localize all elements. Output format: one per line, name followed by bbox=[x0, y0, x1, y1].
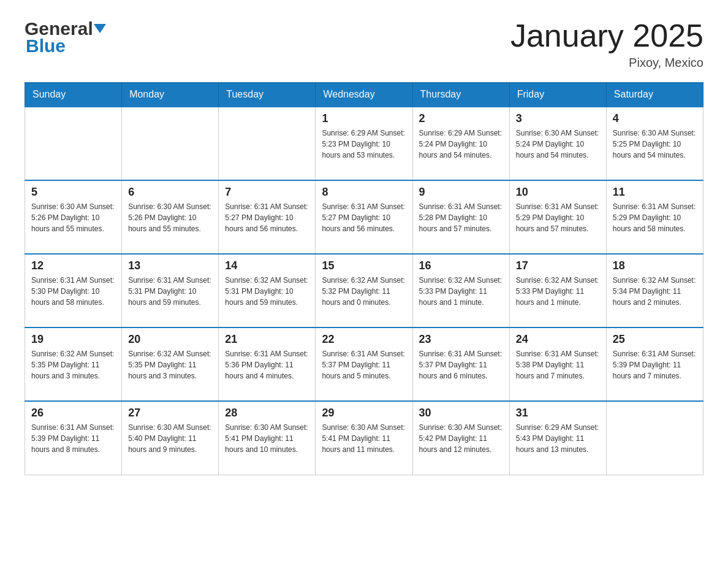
day-number: 24 bbox=[516, 333, 600, 346]
calendar-header-wednesday: Wednesday bbox=[316, 83, 412, 107]
location-label: Pixoy, Mexico bbox=[510, 56, 703, 70]
day-info: Sunrise: 6:30 AM Sunset: 5:26 PM Dayligh… bbox=[128, 201, 212, 234]
day-number: 25 bbox=[613, 333, 697, 346]
day-info: Sunrise: 6:32 AM Sunset: 5:33 PM Dayligh… bbox=[516, 275, 600, 308]
day-info: Sunrise: 6:30 AM Sunset: 5:40 PM Dayligh… bbox=[128, 422, 212, 455]
calendar-week-row-5: 26Sunrise: 6:31 AM Sunset: 5:39 PM Dayli… bbox=[25, 401, 703, 475]
day-number: 8 bbox=[322, 186, 406, 199]
day-number: 6 bbox=[128, 186, 212, 199]
calendar-cell: 16Sunrise: 6:32 AM Sunset: 5:33 PM Dayli… bbox=[412, 254, 509, 327]
calendar-cell: 10Sunrise: 6:31 AM Sunset: 5:29 PM Dayli… bbox=[509, 180, 606, 254]
calendar-header-row: SundayMondayTuesdayWednesdayThursdayFrid… bbox=[25, 83, 703, 107]
day-info: Sunrise: 6:29 AM Sunset: 5:23 PM Dayligh… bbox=[322, 128, 406, 161]
calendar-cell: 3Sunrise: 6:30 AM Sunset: 5:24 PM Daylig… bbox=[509, 107, 606, 180]
calendar-cell: 4Sunrise: 6:30 AM Sunset: 5:25 PM Daylig… bbox=[606, 107, 703, 180]
calendar-cell: 6Sunrise: 6:30 AM Sunset: 5:26 PM Daylig… bbox=[122, 180, 219, 254]
title-section: January 2025 Pixoy, Mexico bbox=[510, 18, 703, 70]
day-number: 12 bbox=[31, 259, 115, 272]
day-number: 7 bbox=[225, 186, 309, 199]
calendar-header-sunday: Sunday bbox=[25, 83, 122, 107]
day-info: Sunrise: 6:30 AM Sunset: 5:41 PM Dayligh… bbox=[322, 422, 406, 455]
calendar-cell: 11Sunrise: 6:31 AM Sunset: 5:29 PM Dayli… bbox=[606, 180, 703, 254]
day-number: 22 bbox=[322, 333, 406, 346]
day-number: 2 bbox=[419, 112, 503, 125]
day-number: 14 bbox=[225, 259, 309, 272]
calendar-cell: 7Sunrise: 6:31 AM Sunset: 5:27 PM Daylig… bbox=[219, 180, 316, 254]
day-info: Sunrise: 6:30 AM Sunset: 5:24 PM Dayligh… bbox=[516, 128, 600, 161]
day-info: Sunrise: 6:31 AM Sunset: 5:37 PM Dayligh… bbox=[322, 348, 406, 381]
calendar-cell: 26Sunrise: 6:31 AM Sunset: 5:39 PM Dayli… bbox=[25, 401, 122, 475]
calendar-header-tuesday: Tuesday bbox=[219, 83, 316, 107]
day-info: Sunrise: 6:31 AM Sunset: 5:39 PM Dayligh… bbox=[613, 348, 697, 381]
day-info: Sunrise: 6:31 AM Sunset: 5:30 PM Dayligh… bbox=[31, 275, 115, 308]
calendar-cell bbox=[606, 401, 703, 475]
day-number: 18 bbox=[613, 259, 697, 272]
calendar-cell: 1Sunrise: 6:29 AM Sunset: 5:23 PM Daylig… bbox=[316, 107, 412, 180]
calendar-cell: 17Sunrise: 6:32 AM Sunset: 5:33 PM Dayli… bbox=[509, 254, 606, 327]
calendar-cell: 21Sunrise: 6:31 AM Sunset: 5:36 PM Dayli… bbox=[219, 327, 316, 401]
day-info: Sunrise: 6:32 AM Sunset: 5:32 PM Dayligh… bbox=[322, 275, 406, 308]
day-info: Sunrise: 6:30 AM Sunset: 5:25 PM Dayligh… bbox=[613, 128, 697, 161]
day-number: 9 bbox=[419, 186, 503, 199]
day-info: Sunrise: 6:32 AM Sunset: 5:31 PM Dayligh… bbox=[225, 275, 309, 308]
calendar-cell: 23Sunrise: 6:31 AM Sunset: 5:37 PM Dayli… bbox=[412, 327, 509, 401]
day-number: 26 bbox=[31, 407, 115, 419]
calendar-week-row-4: 19Sunrise: 6:32 AM Sunset: 5:35 PM Dayli… bbox=[25, 327, 703, 401]
calendar-cell: 24Sunrise: 6:31 AM Sunset: 5:38 PM Dayli… bbox=[509, 327, 606, 401]
calendar-cell bbox=[25, 107, 122, 180]
day-info: Sunrise: 6:30 AM Sunset: 5:42 PM Dayligh… bbox=[419, 422, 503, 455]
page-header: General Blue January 2025 Pixoy, Mexico bbox=[25, 18, 703, 70]
day-number: 4 bbox=[613, 112, 697, 125]
day-info: Sunrise: 6:29 AM Sunset: 5:24 PM Dayligh… bbox=[419, 128, 503, 161]
calendar-week-row-2: 5Sunrise: 6:30 AM Sunset: 5:26 PM Daylig… bbox=[25, 180, 703, 254]
calendar-cell: 13Sunrise: 6:31 AM Sunset: 5:31 PM Dayli… bbox=[122, 254, 219, 327]
day-info: Sunrise: 6:31 AM Sunset: 5:31 PM Dayligh… bbox=[128, 275, 212, 308]
day-info: Sunrise: 6:29 AM Sunset: 5:43 PM Dayligh… bbox=[516, 422, 600, 455]
day-info: Sunrise: 6:32 AM Sunset: 5:35 PM Dayligh… bbox=[128, 348, 212, 381]
day-number: 29 bbox=[322, 407, 406, 419]
day-info: Sunrise: 6:31 AM Sunset: 5:27 PM Dayligh… bbox=[225, 201, 309, 234]
month-title: January 2025 bbox=[510, 18, 703, 53]
day-number: 28 bbox=[225, 407, 309, 419]
calendar-table: SundayMondayTuesdayWednesdayThursdayFrid… bbox=[25, 82, 703, 475]
day-info: Sunrise: 6:31 AM Sunset: 5:39 PM Dayligh… bbox=[31, 422, 115, 455]
day-info: Sunrise: 6:32 AM Sunset: 5:35 PM Dayligh… bbox=[31, 348, 115, 381]
calendar-cell bbox=[122, 107, 219, 180]
day-info: Sunrise: 6:31 AM Sunset: 5:29 PM Dayligh… bbox=[613, 201, 697, 234]
logo-triangle-icon bbox=[94, 24, 106, 33]
day-number: 19 bbox=[31, 333, 115, 346]
day-number: 5 bbox=[31, 186, 115, 199]
calendar-cell bbox=[219, 107, 316, 180]
calendar-cell: 8Sunrise: 6:31 AM Sunset: 5:27 PM Daylig… bbox=[316, 180, 412, 254]
day-number: 10 bbox=[516, 186, 600, 199]
calendar-cell: 15Sunrise: 6:32 AM Sunset: 5:32 PM Dayli… bbox=[316, 254, 412, 327]
calendar-cell: 2Sunrise: 6:29 AM Sunset: 5:24 PM Daylig… bbox=[412, 107, 509, 180]
day-info: Sunrise: 6:31 AM Sunset: 5:29 PM Dayligh… bbox=[516, 201, 600, 234]
day-info: Sunrise: 6:30 AM Sunset: 5:26 PM Dayligh… bbox=[31, 201, 115, 234]
day-number: 1 bbox=[322, 112, 406, 125]
calendar-cell: 19Sunrise: 6:32 AM Sunset: 5:35 PM Dayli… bbox=[25, 327, 122, 401]
calendar-cell: 14Sunrise: 6:32 AM Sunset: 5:31 PM Dayli… bbox=[219, 254, 316, 327]
calendar-header-thursday: Thursday bbox=[412, 83, 509, 107]
calendar-cell: 9Sunrise: 6:31 AM Sunset: 5:28 PM Daylig… bbox=[412, 180, 509, 254]
calendar-week-row-1: 1Sunrise: 6:29 AM Sunset: 5:23 PM Daylig… bbox=[25, 107, 703, 180]
day-number: 15 bbox=[322, 259, 406, 272]
calendar-cell: 27Sunrise: 6:30 AM Sunset: 5:40 PM Dayli… bbox=[122, 401, 219, 475]
day-number: 16 bbox=[419, 259, 503, 272]
calendar-cell: 22Sunrise: 6:31 AM Sunset: 5:37 PM Dayli… bbox=[316, 327, 412, 401]
day-number: 11 bbox=[613, 186, 697, 199]
calendar-cell: 29Sunrise: 6:30 AM Sunset: 5:41 PM Dayli… bbox=[316, 401, 412, 475]
day-number: 27 bbox=[128, 407, 212, 419]
calendar-header-saturday: Saturday bbox=[606, 83, 703, 107]
day-number: 31 bbox=[516, 407, 600, 419]
day-number: 23 bbox=[419, 333, 503, 346]
calendar-cell: 12Sunrise: 6:31 AM Sunset: 5:30 PM Dayli… bbox=[25, 254, 122, 327]
calendar-header-friday: Friday bbox=[509, 83, 606, 107]
calendar-week-row-3: 12Sunrise: 6:31 AM Sunset: 5:30 PM Dayli… bbox=[25, 254, 703, 327]
day-info: Sunrise: 6:31 AM Sunset: 5:27 PM Dayligh… bbox=[322, 201, 406, 234]
calendar-cell: 18Sunrise: 6:32 AM Sunset: 5:34 PM Dayli… bbox=[606, 254, 703, 327]
calendar-header-monday: Monday bbox=[122, 83, 219, 107]
calendar-cell: 5Sunrise: 6:30 AM Sunset: 5:26 PM Daylig… bbox=[25, 180, 122, 254]
day-number: 13 bbox=[128, 259, 212, 272]
day-info: Sunrise: 6:31 AM Sunset: 5:28 PM Dayligh… bbox=[419, 201, 503, 234]
